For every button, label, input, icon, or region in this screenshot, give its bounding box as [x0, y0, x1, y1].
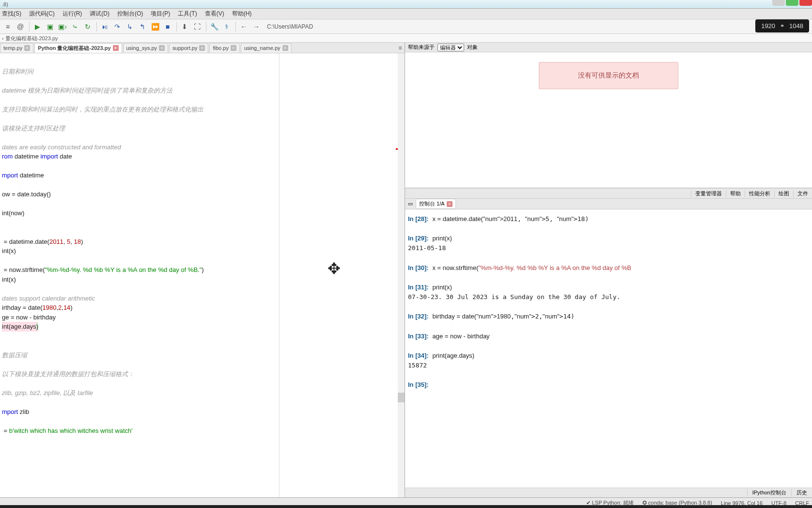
close-icon[interactable]: ×	[24, 45, 30, 51]
tab-temp[interactable]: temp.py×	[0, 43, 33, 53]
console-tab-1[interactable]: 控制台 1/A×	[416, 199, 456, 209]
highlighted-line: int(age.days)	[2, 322, 38, 332]
wrench-icon[interactable]: 🔧	[208, 21, 220, 32]
tab-using-sys[interactable]: using_sys.py×	[123, 43, 169, 53]
close-icon[interactable]: ×	[159, 45, 165, 51]
toolbar-sep	[176, 22, 177, 32]
help-header: 帮助来源于 编辑器 对象	[405, 43, 812, 52]
tabs-menu-icon[interactable]: ≡	[396, 45, 405, 51]
tab-files[interactable]: 文件	[793, 190, 812, 197]
help-source-label: 帮助来源于	[408, 44, 435, 51]
toolbar-sep	[96, 22, 97, 32]
debug-icon[interactable]: ⏯	[99, 21, 110, 32]
working-dir[interactable]: C:\Users\MIAPAD	[267, 23, 810, 30]
window-maximize[interactable]	[786, 0, 798, 6]
rerun-icon[interactable]: ↻	[82, 21, 94, 32]
tab-history[interactable]: 历史	[791, 489, 812, 496]
tab-support[interactable]: support.py×	[169, 43, 208, 53]
menu-find[interactable]: 查找(S)	[2, 10, 21, 18]
no-doc-banner: 没有可供显示的文档	[539, 62, 678, 89]
ipython-console[interactable]: In [28]: x = datetime.date("num">2011, "…	[405, 209, 812, 488]
run-icon[interactable]: ▶	[31, 21, 43, 32]
close-icon[interactable]: ×	[231, 45, 236, 51]
close-icon[interactable]: ×	[282, 45, 288, 51]
toolbar-sep	[29, 22, 30, 32]
stop-icon[interactable]: ■	[162, 21, 173, 32]
menu-project[interactable]: 项目(P)	[151, 10, 170, 18]
close-icon[interactable]: ×	[199, 45, 205, 51]
menu-debug[interactable]: 调试(D)	[90, 10, 109, 18]
python-logo-icon[interactable]: ⚕	[221, 21, 233, 32]
resolution-badge: 1920 ⚭ 1048	[755, 19, 809, 32]
menu-run[interactable]: 运行(R)	[62, 10, 82, 18]
back-icon[interactable]: ←	[238, 21, 250, 32]
menu-source[interactable]: 源代码(C)	[29, 10, 55, 18]
editor-tabs: temp.py× Python 量化编程基础-2023.py× using_sy…	[0, 43, 405, 53]
close-icon[interactable]: ×	[113, 45, 119, 51]
menu-view[interactable]: 查看(V)	[205, 10, 224, 18]
tab-ipython[interactable]: IPython控制台	[747, 489, 791, 496]
move-cursor-icon: ✥	[328, 257, 341, 280]
tab-using-name[interactable]: using_name.py×	[241, 43, 292, 53]
menu-console[interactable]: 控制台(O)	[117, 10, 143, 18]
tab-main[interactable]: Python 量化编程基础-2023.py×	[34, 43, 122, 53]
menubar: 查找(S) 源代码(C) 运行(R) 调试(D) 控制台(O) 项目(P) 工具…	[0, 9, 812, 19]
toolbar: ≡ @ ▶ ▣ ▣› ⤷ ↻ ⏯ ↷ ↳ ↰ ⏩ ■ ⬇ ⛶ 🔧 ⚕ ← → C…	[0, 19, 812, 34]
toolbar-sep	[235, 22, 236, 32]
help-object-label: 对象	[467, 44, 478, 51]
close-icon[interactable]: ×	[447, 201, 453, 207]
tab-variables[interactable]: 变量管理器	[691, 190, 726, 197]
os-taskbar[interactable]	[0, 505, 812, 508]
step-out-icon[interactable]: ↰	[137, 21, 148, 32]
run-cell-advance-icon[interactable]: ▣›	[57, 21, 68, 32]
run-selection-icon[interactable]: ⤷	[69, 21, 81, 32]
import-icon[interactable]: ⬇	[179, 21, 190, 32]
inspector-tabs: 变量管理器 帮助 性能分析 绘图 文件	[405, 188, 812, 199]
toolbar-sep	[206, 22, 206, 32]
help-body: 没有可供显示的文档	[405, 52, 812, 188]
title-suffix: .8)	[2, 1, 8, 7]
main-split: temp.py× Python 量化编程基础-2023.py× using_sy…	[0, 43, 812, 497]
menu-tools[interactable]: 工具(T)	[178, 10, 197, 18]
tab-profiler[interactable]: 性能分析	[745, 190, 774, 197]
step-in-icon[interactable]: ↳	[124, 21, 136, 32]
help-source-select[interactable]: 编辑器	[437, 44, 464, 51]
console-bottom-tabs: IPython控制台 历史	[405, 488, 812, 497]
scrollbar-thumb[interactable]	[398, 393, 405, 402]
tab-help[interactable]: 帮助	[726, 190, 745, 197]
run-cell-icon[interactable]: ▣	[44, 21, 56, 32]
continue-icon[interactable]: ⏩	[149, 21, 161, 32]
menu-help[interactable]: 帮助(H)	[232, 10, 252, 18]
ruler-line	[279, 53, 280, 497]
breadcrumb[interactable]: › 量化编程基础-2023.py	[0, 34, 812, 43]
maximize-icon[interactable]: ⛶	[191, 21, 203, 32]
editor-scrollbar[interactable]	[398, 53, 405, 497]
step-over-icon[interactable]: ↷	[111, 21, 123, 32]
link-icon: ⚭	[780, 23, 784, 29]
res-w: 1920	[761, 22, 775, 30]
code-editor[interactable]: 日期和时间 datetime 模块为日期和时间处理同时提供了简单和复杂的方法 支…	[0, 53, 405, 497]
console-options-icon[interactable]: ▭	[407, 201, 414, 207]
console-tabs-row: ▭ 控制台 1/A×	[405, 199, 812, 209]
right-pane: 帮助来源于 编辑器 对象 没有可供显示的文档 变量管理器 帮助 性能分析 绘图 …	[405, 43, 812, 497]
window-close[interactable]	[799, 0, 812, 6]
python-icon[interactable]: @	[15, 21, 26, 32]
window-minimize[interactable]	[772, 0, 785, 6]
res-h: 1048	[789, 22, 803, 30]
forward-icon[interactable]: →	[250, 21, 262, 32]
menu-icon[interactable]: ≡	[2, 21, 14, 32]
tab-fibo[interactable]: fibo.py×	[209, 43, 239, 53]
window-titlebar: .8)	[0, 0, 812, 9]
editor-pane: temp.py× Python 量化编程基础-2023.py× using_sy…	[0, 43, 405, 497]
tab-plots[interactable]: 绘图	[774, 190, 793, 197]
